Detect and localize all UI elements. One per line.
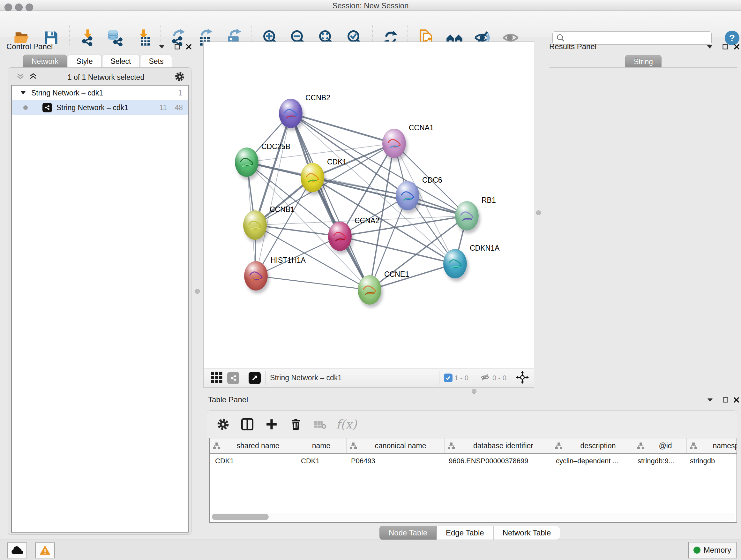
cytoscape-window: Session: New Session — [0, 0, 741, 560]
table-panel-collapse-button[interactable] — [706, 396, 714, 404]
protein-ribbon-thumb — [300, 163, 324, 192]
node-label-CCNA1: CCNA1 — [409, 124, 434, 132]
network-edge-count: 48 — [175, 104, 183, 112]
column-header-database-identifier[interactable]: database identifier — [445, 438, 552, 453]
tab-style[interactable]: Style — [68, 55, 101, 68]
memory-label: Memory — [704, 546, 731, 555]
tab-network[interactable]: Network — [23, 55, 67, 68]
expand-all-networks-icon[interactable] — [29, 73, 37, 82]
column-header-label: description — [562, 442, 634, 450]
edge-CCNB1-CCNA2[interactable] — [255, 225, 340, 236]
protein-ribbon-thumb — [396, 181, 419, 210]
table-settings-gear-icon[interactable] — [215, 416, 231, 433]
right-splitter-handle[interactable] — [536, 210, 541, 215]
node-CCNA1[interactable] — [382, 129, 406, 158]
node-CDC25B[interactable] — [235, 147, 259, 177]
node-label-CDK1: CDK1 — [327, 158, 347, 166]
results-panel-title: Results Panel — [549, 42, 596, 51]
network-selection-status: 1 of 1 Network selected — [37, 73, 175, 82]
table-panel-close-button[interactable] — [732, 395, 740, 404]
delete-column-trash-icon[interactable] — [287, 416, 304, 433]
node-CDKN1A[interactable] — [443, 249, 467, 278]
results-panel-close-button[interactable] — [732, 43, 741, 51]
node-RB1[interactable] — [455, 201, 479, 231]
node-HIST1H1A[interactable] — [244, 261, 268, 291]
memory-button[interactable]: Memory — [688, 542, 737, 558]
column-namespace-icon — [555, 442, 562, 449]
protein-ribbon-thumb — [235, 147, 259, 177]
cell-name[interactable]: CDK1 — [296, 457, 346, 465]
column-namespace-icon — [448, 442, 455, 449]
node-CCNB2[interactable] — [279, 99, 302, 128]
column-header-shared-name[interactable]: shared name — [210, 438, 296, 453]
node-label-CDC6: CDC6 — [422, 176, 442, 185]
node-CDK1[interactable] — [300, 163, 324, 192]
cell-description[interactable]: cyclin–dependent ... — [551, 457, 632, 465]
birdseye-navigator-icon[interactable] — [516, 371, 529, 385]
grid-mode-icon[interactable] — [211, 371, 223, 385]
node-table[interactable]: shared namenamecanonical namedatabase id… — [209, 438, 737, 523]
edge-CCNB2-HIST1H1A[interactable] — [256, 113, 291, 276]
collection-label: String Network – cdk1 — [31, 89, 103, 98]
tab-sets[interactable]: Sets — [140, 55, 172, 68]
collapse-all-networks-icon[interactable] — [16, 73, 24, 82]
node-CCNB1[interactable] — [243, 210, 267, 240]
tab-edge-table[interactable]: Edge Table — [436, 526, 493, 540]
open-in-new-window-icon[interactable] — [249, 372, 261, 384]
edge-CCNA2-CDKN1A[interactable] — [340, 236, 455, 264]
cell-database-identifier[interactable]: 9606.ENSP00000378699 — [444, 457, 551, 465]
network-badge-icon[interactable] — [227, 372, 239, 384]
selected-nodes-checkbox[interactable] — [444, 374, 453, 382]
column-header-name[interactable]: name — [296, 438, 347, 453]
network-row[interactable]: String Network – cdk11148 — [12, 100, 188, 115]
cell-canonical-name[interactable]: P06493 — [346, 457, 444, 465]
column-header-label: name — [296, 442, 346, 450]
tab-node-table[interactable]: Node Table — [380, 526, 436, 540]
edge-CCNB2-CCNA1[interactable] — [291, 113, 394, 143]
node-CCNE1[interactable] — [358, 275, 381, 305]
table-body: CDK1CDK1P064939606.ENSP00000378699cyclin… — [210, 454, 737, 468]
warning-icon — [40, 546, 51, 555]
network-canvas[interactable]: CCNB2CCNA1CDC25BCDK1CDC6RB1CCNB1CCNA2CDK… — [203, 42, 534, 369]
cell-shared-name[interactable]: CDK1 — [210, 457, 296, 465]
network-options-gear-icon[interactable] — [175, 71, 185, 83]
horizontal-splitter-handle[interactable] — [472, 389, 476, 394]
warnings-button[interactable] — [35, 543, 55, 558]
table-row[interactable]: CDK1CDK1P064939606.ENSP00000378699cyclin… — [210, 454, 737, 468]
column-header-canonical-name[interactable]: canonical name — [347, 438, 445, 453]
cell-namespace[interactable]: stringdb — [685, 457, 737, 465]
create-column-icon[interactable] — [263, 416, 280, 433]
control-panel-close-button[interactable] — [185, 43, 193, 51]
column-header-label: database identifier — [455, 442, 552, 450]
control-panel-float-button[interactable] — [173, 43, 181, 51]
collection-expander-icon[interactable] — [21, 91, 25, 95]
control-panel-collapse-button[interactable] — [158, 43, 166, 51]
node-CCNA2[interactable] — [328, 222, 352, 251]
results-panel-float-button[interactable] — [721, 43, 729, 51]
table-panel-title: Table Panel — [208, 395, 248, 404]
column-header-namespace[interactable]: namespace — [687, 438, 737, 453]
hidden-items-eye-slash-icon[interactable] — [480, 373, 490, 383]
cloud-status-button[interactable] — [7, 543, 27, 558]
column-header--id[interactable]: @id — [634, 438, 687, 453]
network-collection-row[interactable]: String Network – cdk11 — [12, 85, 188, 100]
edge-CDKN1A-CCNE1[interactable] — [369, 264, 455, 290]
node-CDC6[interactable] — [396, 181, 419, 210]
table-hscrollbar-thumb[interactable] — [212, 514, 269, 520]
collection-count: 1 — [178, 89, 182, 98]
left-splitter-handle[interactable] — [195, 289, 200, 294]
control-panel: Control Panel NetworkStyleSelectSets 1 o… — [3, 39, 191, 537]
show-columns-icon[interactable] — [239, 416, 256, 433]
selected-count: 1 - 0 — [455, 374, 468, 382]
tab-string[interactable]: String — [625, 55, 662, 68]
tab-select[interactable]: Select — [102, 55, 140, 68]
cell--id[interactable]: stringdb:9... — [632, 457, 685, 465]
results-panel-collapse-button[interactable] — [705, 43, 714, 51]
table-panel-float-button[interactable] — [721, 395, 730, 404]
table-hscrollbar[interactable] — [211, 513, 734, 521]
column-header-description[interactable]: description — [552, 438, 634, 453]
edge-HIST1H1A-CCNE1[interactable] — [256, 276, 369, 290]
tab-network-table[interactable]: Network Table — [493, 526, 560, 540]
node-label-HIST1H1A: HIST1H1A — [271, 256, 306, 265]
network-list-header: 1 of 1 Network selected — [8, 71, 191, 84]
